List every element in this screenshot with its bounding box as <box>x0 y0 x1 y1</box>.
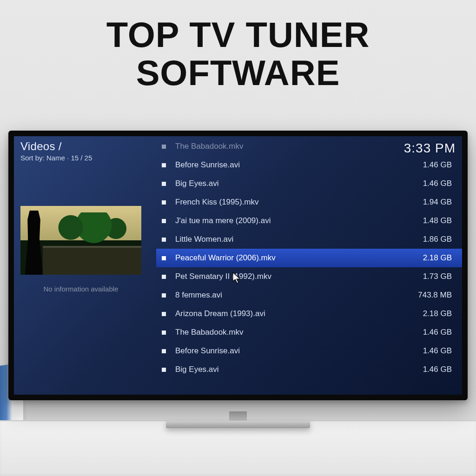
page-headline: TOP TV TUNER SOFTWARE <box>0 0 476 92</box>
file-name: Pet Sematary II (1992).mkv <box>175 272 405 281</box>
sort-prefix: Sort by: <box>20 154 45 162</box>
breadcrumb[interactable]: Videos / <box>20 140 92 153</box>
list-item[interactable]: Pet Sematary II (1992).mkv1.73 GB <box>156 267 462 286</box>
sort-line[interactable]: Sort by: Name · 15 / 25 <box>20 154 92 162</box>
screen-header: Videos / Sort by: Name · 15 / 25 3:33 PM <box>20 140 456 162</box>
file-size: 1.46 GB <box>415 365 452 374</box>
file-icon <box>162 275 166 279</box>
file-icon <box>162 219 166 223</box>
file-name: Little Women.avi <box>175 235 405 244</box>
file-size: 1.46 GB <box>415 328 452 337</box>
file-name: Before Sunrise.avi <box>175 346 405 356</box>
list-item[interactable]: 8 femmes.avi743.8 MB <box>156 286 462 304</box>
list-item[interactable]: Big Eyes.avi1.46 GB <box>156 174 462 193</box>
file-icon <box>162 256 166 260</box>
file-icon <box>162 238 166 242</box>
file-size: 1.46 GB <box>415 160 452 170</box>
file-icon <box>162 200 166 205</box>
file-size: 2.18 GB <box>415 309 452 318</box>
file-name: Before Sunrise.avi <box>175 160 405 170</box>
tv-monitor: Videos / Sort by: Name · 15 / 25 3:33 PM <box>8 131 468 414</box>
sort-field: Name <box>46 154 65 162</box>
list-item[interactable]: Big Eyes.avi1.46 GB <box>156 360 462 379</box>
file-size: 743.8 MB <box>415 291 452 300</box>
list-item[interactable]: Little Women.avi1.86 GB <box>156 230 462 249</box>
tv-stand-neck <box>229 411 247 422</box>
decorative-shelf <box>0 420 476 476</box>
no-info-label: No information available <box>20 285 141 293</box>
file-icon <box>162 349 166 353</box>
list-item[interactable]: The Babadook.mkv1.46 GB <box>156 323 462 342</box>
headline-line1: TOP TV TUNER <box>0 16 476 54</box>
file-name: J'ai tue ma mere (2009).avi <box>175 216 405 225</box>
file-name: Big Eyes.avi <box>175 179 405 188</box>
clock: 3:33 PM <box>404 141 456 156</box>
list-item[interactable]: Arizona Dream (1993).avi2.18 GB <box>156 304 462 323</box>
file-icon <box>162 163 166 167</box>
list-item[interactable]: Peaceful Warrior (2006).mkv2.18 GB <box>156 249 462 267</box>
file-name: The Babadook.mkv <box>175 328 405 337</box>
file-list[interactable]: The Babadook.mkvBefore Sunrise.avi1.46 G… <box>156 137 462 395</box>
list-position: 15 / 25 <box>71 154 92 162</box>
file-size: 1.48 GB <box>415 216 452 225</box>
file-name: 8 femmes.avi <box>175 291 405 300</box>
tv-frame: Videos / Sort by: Name · 15 / 25 3:33 PM <box>8 131 468 400</box>
sidebar: No information available <box>20 206 141 293</box>
file-icon <box>162 182 166 186</box>
headline-line2: SOFTWARE <box>0 54 476 92</box>
file-icon <box>162 368 166 372</box>
list-item[interactable]: Before Sunrise.avi1.46 GB <box>156 342 462 360</box>
file-icon <box>162 312 166 316</box>
media-center-screen: Videos / Sort by: Name · 15 / 25 3:33 PM <box>14 136 462 395</box>
file-icon <box>162 293 166 298</box>
file-name: French Kiss (1995).mkv <box>175 198 405 207</box>
file-icon <box>162 331 166 335</box>
file-size: 1.86 GB <box>415 235 452 244</box>
video-preview[interactable] <box>20 206 141 275</box>
tv-stand-base <box>166 421 310 428</box>
list-item[interactable]: French Kiss (1995).mkv1.94 GB <box>156 193 462 212</box>
list-item[interactable]: J'ai tue ma mere (2009).avi1.48 GB <box>156 212 462 230</box>
header-left: Videos / Sort by: Name · 15 / 25 <box>20 140 92 162</box>
file-size: 2.18 GB <box>415 253 452 263</box>
file-size: 1.46 GB <box>415 179 452 188</box>
file-name: Arizona Dream (1993).avi <box>175 309 405 318</box>
file-size: 1.94 GB <box>415 198 452 207</box>
file-name: Big Eyes.avi <box>175 365 405 374</box>
file-name: Peaceful Warrior (2006).mkv <box>175 253 405 263</box>
file-size: 1.73 GB <box>415 272 452 281</box>
file-size: 1.46 GB <box>415 346 452 356</box>
